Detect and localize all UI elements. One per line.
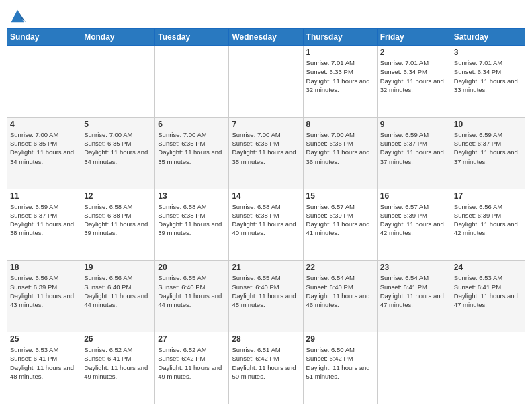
day-number: 14 bbox=[232, 191, 300, 201]
day-info: Sunrise: 6:54 AM Sunset: 6:41 PM Dayligh… bbox=[380, 273, 448, 309]
day-number: 16 bbox=[380, 191, 448, 201]
day-number: 4 bbox=[10, 120, 78, 129]
header bbox=[7, 7, 525, 23]
calendar-cell bbox=[229, 46, 303, 118]
svg-marker-0 bbox=[11, 10, 24, 23]
calendar-cell: 25Sunrise: 6:53 AM Sunset: 6:41 PM Dayli… bbox=[7, 332, 81, 404]
day-number: 6 bbox=[158, 120, 226, 129]
day-number: 3 bbox=[454, 48, 522, 57]
calendar-cell: 16Sunrise: 6:57 AM Sunset: 6:39 PM Dayli… bbox=[377, 189, 451, 261]
calendar-cell: 18Sunrise: 6:56 AM Sunset: 6:39 PM Dayli… bbox=[7, 261, 81, 332]
day-info: Sunrise: 6:52 AM Sunset: 6:41 PM Dayligh… bbox=[84, 345, 152, 381]
calendar-week-5: 25Sunrise: 6:53 AM Sunset: 6:41 PM Dayli… bbox=[7, 332, 525, 404]
calendar-week-4: 18Sunrise: 6:56 AM Sunset: 6:39 PM Dayli… bbox=[7, 261, 525, 332]
day-info: Sunrise: 6:53 AM Sunset: 6:41 PM Dayligh… bbox=[454, 273, 522, 309]
day-info: Sunrise: 6:55 AM Sunset: 6:40 PM Dayligh… bbox=[232, 273, 300, 309]
day-info: Sunrise: 6:52 AM Sunset: 6:42 PM Dayligh… bbox=[158, 345, 226, 381]
calendar-cell: 24Sunrise: 6:53 AM Sunset: 6:41 PM Dayli… bbox=[451, 261, 525, 332]
calendar-cell: 14Sunrise: 6:58 AM Sunset: 6:38 PM Dayli… bbox=[229, 189, 303, 261]
day-info: Sunrise: 6:50 AM Sunset: 6:42 PM Dayligh… bbox=[306, 345, 374, 381]
calendar-cell: 7Sunrise: 7:00 AM Sunset: 6:36 PM Daylig… bbox=[229, 117, 303, 189]
calendar-cell: 11Sunrise: 6:59 AM Sunset: 6:37 PM Dayli… bbox=[7, 189, 81, 261]
day-number: 2 bbox=[380, 48, 448, 57]
calendar-header-row: SundayMondayTuesdayWednesdayThursdayFrid… bbox=[7, 29, 525, 46]
day-info: Sunrise: 7:00 AM Sunset: 6:35 PM Dayligh… bbox=[158, 130, 226, 166]
day-info: Sunrise: 7:00 AM Sunset: 6:36 PM Dayligh… bbox=[306, 130, 374, 166]
day-info: Sunrise: 6:54 AM Sunset: 6:40 PM Dayligh… bbox=[306, 273, 374, 309]
day-number: 25 bbox=[10, 334, 78, 344]
day-number: 22 bbox=[306, 263, 374, 272]
calendar-cell: 26Sunrise: 6:52 AM Sunset: 6:41 PM Dayli… bbox=[81, 332, 155, 404]
day-info: Sunrise: 6:56 AM Sunset: 6:39 PM Dayligh… bbox=[454, 202, 522, 238]
calendar-week-3: 11Sunrise: 6:59 AM Sunset: 6:37 PM Dayli… bbox=[7, 189, 525, 261]
day-number: 5 bbox=[84, 120, 152, 129]
calendar-cell: 28Sunrise: 6:51 AM Sunset: 6:42 PM Dayli… bbox=[229, 332, 303, 404]
calendar-header-wednesday: Wednesday bbox=[229, 29, 303, 46]
day-number: 28 bbox=[232, 334, 300, 344]
day-number: 18 bbox=[10, 263, 78, 272]
day-number: 1 bbox=[306, 48, 374, 57]
calendar-cell bbox=[377, 332, 451, 404]
calendar-cell: 20Sunrise: 6:55 AM Sunset: 6:40 PM Dayli… bbox=[155, 261, 229, 332]
calendar-cell: 6Sunrise: 7:00 AM Sunset: 6:35 PM Daylig… bbox=[155, 117, 229, 189]
day-number: 9 bbox=[380, 120, 448, 129]
day-number: 17 bbox=[454, 191, 522, 201]
calendar-cell: 27Sunrise: 6:52 AM Sunset: 6:42 PM Dayli… bbox=[155, 332, 229, 404]
calendar-cell bbox=[7, 46, 81, 118]
day-info: Sunrise: 7:00 AM Sunset: 6:36 PM Dayligh… bbox=[232, 130, 300, 166]
day-number: 19 bbox=[84, 263, 152, 272]
calendar-table: SundayMondayTuesdayWednesdayThursdayFrid… bbox=[7, 28, 525, 404]
calendar-header-sunday: Sunday bbox=[7, 29, 81, 46]
calendar-cell: 19Sunrise: 6:56 AM Sunset: 6:40 PM Dayli… bbox=[81, 261, 155, 332]
calendar-header-tuesday: Tuesday bbox=[155, 29, 229, 46]
calendar-cell: 23Sunrise: 6:54 AM Sunset: 6:41 PM Dayli… bbox=[377, 261, 451, 332]
day-info: Sunrise: 6:57 AM Sunset: 6:39 PM Dayligh… bbox=[380, 202, 448, 238]
day-info: Sunrise: 6:56 AM Sunset: 6:40 PM Dayligh… bbox=[84, 273, 152, 309]
calendar-cell: 10Sunrise: 6:59 AM Sunset: 6:37 PM Dayli… bbox=[451, 117, 525, 189]
day-number: 12 bbox=[84, 191, 152, 201]
day-number: 7 bbox=[232, 120, 300, 129]
day-info: Sunrise: 6:51 AM Sunset: 6:42 PM Dayligh… bbox=[232, 345, 300, 381]
day-number: 21 bbox=[232, 263, 300, 272]
calendar-header-saturday: Saturday bbox=[451, 29, 525, 46]
day-info: Sunrise: 7:01 AM Sunset: 6:34 PM Dayligh… bbox=[454, 58, 522, 94]
calendar-cell: 5Sunrise: 7:00 AM Sunset: 6:35 PM Daylig… bbox=[81, 117, 155, 189]
calendar-cell: 15Sunrise: 6:57 AM Sunset: 6:39 PM Dayli… bbox=[303, 189, 377, 261]
day-number: 29 bbox=[306, 334, 374, 344]
calendar-cell: 29Sunrise: 6:50 AM Sunset: 6:42 PM Dayli… bbox=[303, 332, 377, 404]
day-number: 11 bbox=[10, 191, 78, 201]
calendar-week-1: 1Sunrise: 7:01 AM Sunset: 6:33 PM Daylig… bbox=[7, 46, 525, 118]
day-info: Sunrise: 6:58 AM Sunset: 6:38 PM Dayligh… bbox=[232, 202, 300, 238]
calendar-header-thursday: Thursday bbox=[303, 29, 377, 46]
calendar-cell: 13Sunrise: 6:58 AM Sunset: 6:38 PM Dayli… bbox=[155, 189, 229, 261]
calendar-cell: 22Sunrise: 6:54 AM Sunset: 6:40 PM Dayli… bbox=[303, 261, 377, 332]
day-info: Sunrise: 7:00 AM Sunset: 6:35 PM Dayligh… bbox=[84, 130, 152, 166]
day-info: Sunrise: 6:53 AM Sunset: 6:41 PM Dayligh… bbox=[10, 345, 78, 381]
calendar-cell: 12Sunrise: 6:58 AM Sunset: 6:38 PM Dayli… bbox=[81, 189, 155, 261]
calendar-header-monday: Monday bbox=[81, 29, 155, 46]
day-info: Sunrise: 6:58 AM Sunset: 6:38 PM Dayligh… bbox=[158, 202, 226, 238]
day-info: Sunrise: 6:59 AM Sunset: 6:37 PM Dayligh… bbox=[10, 202, 78, 238]
day-info: Sunrise: 7:01 AM Sunset: 6:34 PM Dayligh… bbox=[380, 58, 448, 94]
day-number: 15 bbox=[306, 191, 374, 201]
day-number: 20 bbox=[158, 263, 226, 272]
day-info: Sunrise: 6:58 AM Sunset: 6:38 PM Dayligh… bbox=[84, 202, 152, 238]
day-info: Sunrise: 6:56 AM Sunset: 6:39 PM Dayligh… bbox=[10, 273, 78, 309]
calendar-cell: 2Sunrise: 7:01 AM Sunset: 6:34 PM Daylig… bbox=[377, 46, 451, 118]
calendar-header-friday: Friday bbox=[377, 29, 451, 46]
calendar-cell: 1Sunrise: 7:01 AM Sunset: 6:33 PM Daylig… bbox=[303, 46, 377, 118]
day-info: Sunrise: 6:59 AM Sunset: 6:37 PM Dayligh… bbox=[380, 130, 448, 166]
day-number: 24 bbox=[454, 263, 522, 272]
day-number: 10 bbox=[454, 120, 522, 129]
day-number: 13 bbox=[158, 191, 226, 201]
page: SundayMondayTuesdayWednesdayThursdayFrid… bbox=[0, 0, 532, 411]
calendar-cell: 4Sunrise: 7:00 AM Sunset: 6:35 PM Daylig… bbox=[7, 117, 81, 189]
logo bbox=[7, 7, 27, 23]
day-info: Sunrise: 6:57 AM Sunset: 6:39 PM Dayligh… bbox=[306, 202, 374, 238]
calendar-cell: 3Sunrise: 7:01 AM Sunset: 6:34 PM Daylig… bbox=[451, 46, 525, 118]
day-number: 27 bbox=[158, 334, 226, 344]
calendar-cell bbox=[81, 46, 155, 118]
day-number: 26 bbox=[84, 334, 152, 344]
calendar-cell: 17Sunrise: 6:56 AM Sunset: 6:39 PM Dayli… bbox=[451, 189, 525, 261]
day-number: 8 bbox=[306, 120, 374, 129]
